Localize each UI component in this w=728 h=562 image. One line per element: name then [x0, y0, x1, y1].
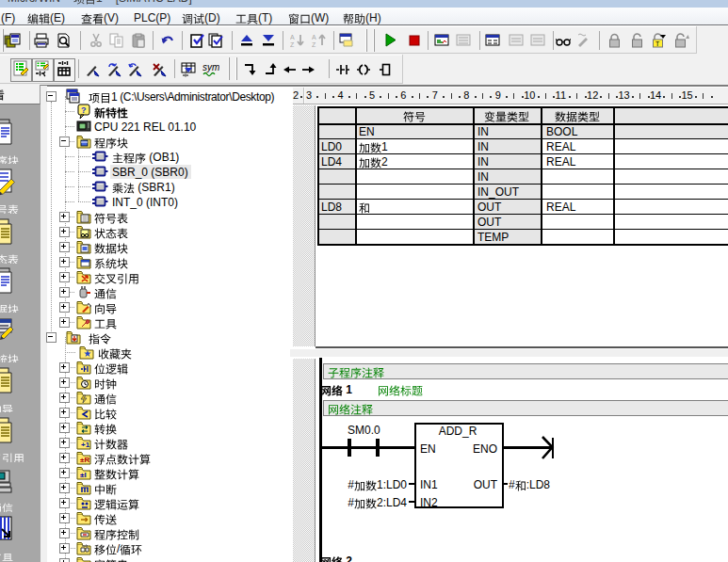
svg-text:±I: ±I [80, 471, 87, 479]
svg-text:T: T [655, 40, 660, 47]
svg-text:+1: +1 [81, 441, 90, 449]
svg-text:A: A [312, 34, 316, 40]
svg-text:Z: Z [290, 41, 295, 48]
svg-text:?: ? [81, 105, 87, 115]
svg-text:A: A [290, 34, 295, 40]
svg-text:sym: sym [202, 62, 219, 72]
svg-text:Z: Z [312, 41, 316, 48]
svg-text:±R: ±R [80, 456, 89, 464]
